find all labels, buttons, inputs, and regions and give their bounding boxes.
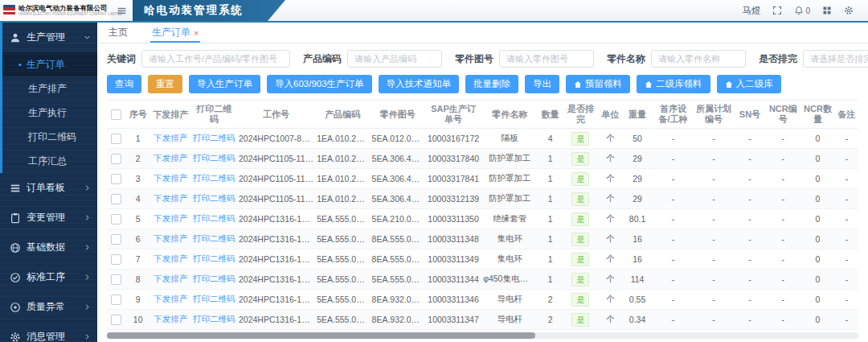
toolbar-button[interactable]: 预留领料 xyxy=(566,75,630,93)
dispatch-link[interactable]: 下发排产 xyxy=(154,193,187,203)
toolbar-button[interactable]: 导出 xyxy=(525,75,559,93)
toolbar-button[interactable]: 入二级库 xyxy=(717,75,781,93)
print-qrcode-link[interactable]: 打印二维码 xyxy=(193,233,235,243)
toolbar-button[interactable]: 导入生产订单 xyxy=(189,75,260,93)
cell-qty: 1 xyxy=(538,189,563,209)
print-qrcode-link[interactable]: 打印二维码 xyxy=(193,314,235,323)
dispatch-link[interactable]: 下发排产 xyxy=(154,173,187,183)
dispatch-link[interactable]: 下发排产 xyxy=(154,153,187,163)
button-label: 导出 xyxy=(533,78,551,90)
cell-unit: 个 xyxy=(599,310,622,330)
settings-gear-icon[interactable] xyxy=(844,6,854,15)
print-qrcode-link[interactable]: 打印二维码 xyxy=(193,133,235,142)
cell-first-device: - xyxy=(653,149,693,169)
sidebar-subitem-label: 打印二维码 xyxy=(28,130,76,144)
sidebar-subitem[interactable]: 生产执行 xyxy=(0,101,97,125)
toolbar: 查询重置导入生产订单导入603/903生产订单导入技术通知单批量删除导出预留领料… xyxy=(97,71,868,100)
print-qrcode-link[interactable]: 打印二维码 xyxy=(193,253,235,263)
user-name[interactable]: 马煜 xyxy=(742,5,760,17)
sidebar-item[interactable]: 标准工序 xyxy=(0,262,97,292)
cell-scheduled: 是 xyxy=(563,249,599,270)
toolbar-button[interactable]: 批量删除 xyxy=(465,75,518,93)
print-qrcode-link[interactable]: 打印二维码 xyxy=(193,153,235,163)
toolbar-button[interactable]: 导入技术通知单 xyxy=(379,75,460,93)
cell-first-device: - xyxy=(653,229,693,249)
cell-plan-no: - xyxy=(694,189,734,209)
row-checkbox[interactable] xyxy=(111,214,121,225)
filter-select[interactable]: 请选择是否排完 xyxy=(803,50,868,68)
fullscreen-icon[interactable] xyxy=(772,6,782,15)
toolbar-button[interactable]: 重置 xyxy=(148,75,182,93)
scheduled-badge: 是 xyxy=(571,253,589,266)
logo-icon xyxy=(3,5,15,17)
sidebar-item[interactable]: 订单看板 xyxy=(0,173,97,203)
horizontal-scrollbar-thumb[interactable] xyxy=(107,332,535,339)
row-checkbox[interactable] xyxy=(111,134,121,144)
scheduled-badge: 是 xyxy=(571,293,589,307)
notification-icon[interactable]: 0 xyxy=(794,6,810,15)
filter-input[interactable] xyxy=(499,50,594,68)
cell-part-no: 8EA.555.0347 xyxy=(371,249,425,270)
horizontal-scrollbar-track xyxy=(107,332,858,339)
apps-grid-icon[interactable] xyxy=(822,6,832,15)
row-checkbox[interactable] xyxy=(111,234,121,245)
print-qrcode-link[interactable]: 打印二维码 xyxy=(193,193,235,203)
sidebar-subitem[interactable]: •生产订单 xyxy=(0,52,97,76)
row-checkbox[interactable] xyxy=(111,315,121,325)
row-checkbox[interactable] xyxy=(111,174,121,184)
print-qrcode-link[interactable]: 打印二维码 xyxy=(193,213,235,223)
row-checkbox[interactable] xyxy=(111,295,121,305)
cell-scheduled: 是 xyxy=(563,270,599,290)
tab-item[interactable]: 主页 xyxy=(107,23,129,43)
sidebar-item[interactable]: 基础数据 xyxy=(0,233,97,262)
filter-input[interactable] xyxy=(141,50,290,68)
cell-print: 打印二维码 xyxy=(190,290,237,310)
sidebar-item-label: 标准工序 xyxy=(27,270,84,284)
cell-sap-no: 10003317840 xyxy=(425,149,481,169)
cell-seq: 6 xyxy=(125,229,150,249)
dispatch-link[interactable]: 下发排产 xyxy=(154,213,187,223)
sidebar-subitem[interactable]: 生产排产 xyxy=(0,76,97,101)
dispatch-link[interactable]: 下发排产 xyxy=(154,233,187,243)
cell-part-name: 导电杆 xyxy=(481,310,538,330)
cell-weight: 16 xyxy=(622,229,653,249)
toolbar-button[interactable]: 二级库领料 xyxy=(637,75,710,93)
cell-sn: - xyxy=(734,149,766,169)
print-qrcode-link[interactable]: 打印二维码 xyxy=(193,274,235,283)
tab-close-icon[interactable]: × xyxy=(194,29,199,37)
select-all-checkbox[interactable] xyxy=(111,109,121,120)
sidebar-item[interactable]: 变更管理 xyxy=(0,203,97,233)
row-checkbox[interactable] xyxy=(111,254,121,265)
print-qrcode-link[interactable]: 打印二维码 xyxy=(193,173,235,183)
cell-first-device: - xyxy=(653,169,693,189)
cell-seq: 7 xyxy=(125,249,150,270)
sidebar-subitem[interactable]: 工序汇总 xyxy=(0,149,97,173)
row-checkbox[interactable] xyxy=(111,154,121,164)
row-checkbox[interactable] xyxy=(111,194,121,204)
dispatch-link[interactable]: 下发排产 xyxy=(154,274,187,283)
check-circle-icon xyxy=(10,272,21,283)
row-checkbox[interactable] xyxy=(111,274,121,285)
print-qrcode-link[interactable]: 打印二维码 xyxy=(193,294,235,303)
toolbar-button[interactable]: 导入603/903生产订单 xyxy=(267,75,372,93)
cell-product-code: 5EA.555.0312 xyxy=(315,270,370,290)
cell-work-no: 2024HPC1316-1833-2 xyxy=(237,310,315,330)
cell-ncr-qty: 0 xyxy=(800,270,835,290)
cell-unit: 个 xyxy=(599,149,622,169)
dispatch-link[interactable]: 下发排产 xyxy=(154,314,187,323)
cell-checkbox xyxy=(107,209,125,229)
sidebar-item[interactable]: 生产管理 xyxy=(0,23,97,52)
dispatch-link[interactable]: 下发排产 xyxy=(154,253,187,263)
menu-toggle-icon[interactable] xyxy=(117,6,127,16)
sidebar-item-label: 消息管理 xyxy=(27,330,84,342)
filter-input[interactable] xyxy=(651,50,746,68)
dispatch-link[interactable]: 下发排产 xyxy=(154,294,187,303)
sidebar-subitem[interactable]: 打印二维码 xyxy=(0,125,97,149)
dispatch-link[interactable]: 下发排产 xyxy=(154,133,187,142)
sidebar-item[interactable]: 消息管理 xyxy=(0,322,97,342)
filter-input[interactable] xyxy=(347,50,442,68)
tab-active[interactable]: 生产订单× xyxy=(150,23,200,43)
sidebar-item[interactable]: 质量异常 xyxy=(0,292,97,322)
cell-qty: 2 xyxy=(538,290,563,310)
toolbar-button[interactable]: 查询 xyxy=(107,75,141,93)
